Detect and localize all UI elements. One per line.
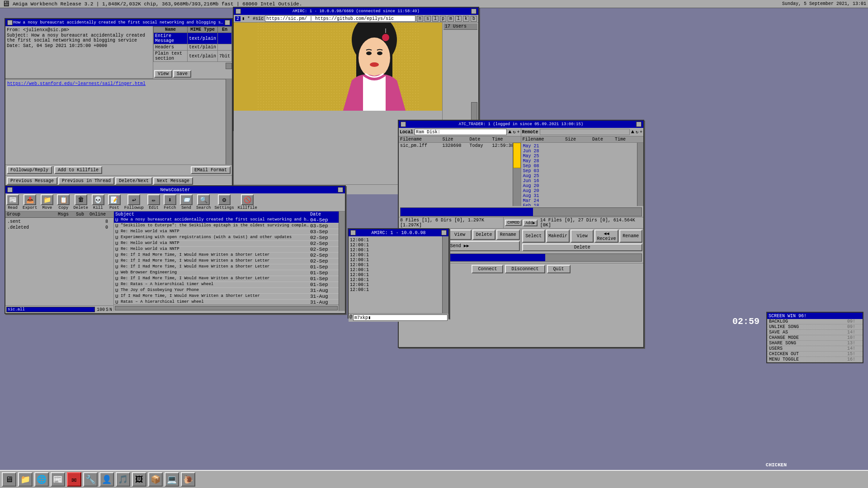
yam-titlebar[interactable]: How a nosy bureaucrat accidentally creat…: [5, 19, 232, 26]
amirc-k-btn[interactable]: l: [455, 16, 462, 22]
amirc-k2-btn[interactable]: k: [463, 16, 469, 22]
send-btn[interactable]: 📨 Send: [180, 194, 193, 210]
post-btn[interactable]: 📝 Post: [108, 194, 121, 210]
news-msg-item[interactable]: U Re: If I Had More Time, I Would Have W…: [114, 264, 339, 270]
news-msg-item[interactable]: U Experimenting with open registrations …: [114, 235, 339, 241]
chmod-btn[interactable]: CHMOD: [505, 220, 522, 226]
add-killfile-button[interactable]: Add to Killfile: [54, 166, 102, 174]
amirc-zoom-btn[interactable]: [471, 9, 476, 14]
remote-new-btn[interactable]: +: [640, 130, 642, 135]
group-search-input[interactable]: [6, 307, 95, 311]
amirc-titlebar[interactable]: AMIRC: 1 · 10.0.0.98/6669 (connected sin…: [234, 8, 478, 15]
amirc2-scrollbar[interactable]: [442, 236, 448, 313]
taskbar-icon-user[interactable]: 👤: [99, 472, 114, 487]
news-group-sent[interactable]: .sent 8: [6, 219, 113, 225]
news-msg-item[interactable]: U The Joy of Disobeying Your Phone 31-Au…: [114, 288, 339, 294]
followup-reply-button[interactable]: Followup/Reply: [7, 166, 52, 174]
next-message-button[interactable]: Next Message: [153, 177, 193, 185]
amirc-close-btn[interactable]: [236, 9, 241, 14]
taskbar-icon-wb[interactable]: 🖥: [2, 472, 16, 487]
amirc2-titlebar[interactable]: AMIRC: 1 · 10.0.0.98: [349, 229, 448, 236]
local-view-btn[interactable]: View: [448, 230, 471, 240]
amirc2-close-btn[interactable]: [350, 230, 356, 235]
add-btn[interactable]: Add▶: [523, 220, 538, 226]
taskbar-icon-amp[interactable]: 🎵: [116, 472, 130, 487]
remote-scrollbar[interactable]: [637, 143, 643, 206]
amirc-m-btn[interactable]: m: [448, 16, 454, 22]
taskbar-icon-image[interactable]: 🖼: [132, 472, 146, 487]
quit-btn[interactable]: Quit: [547, 265, 571, 273]
amirc2-text-input[interactable]: [353, 314, 448, 321]
ftp-titlebar[interactable]: ATC_TRADER: 1 (logged in since 05.09.202…: [399, 121, 643, 128]
taskbar-icon-news[interactable]: 📰: [51, 472, 65, 487]
email-format-button[interactable]: EMail Format: [191, 166, 231, 174]
remote-up-btn[interactable]: ▲: [631, 129, 634, 135]
remote-receive-btn[interactable]: ◀◀ Receive: [594, 230, 618, 243]
move-btn[interactable]: 📁 Move: [41, 194, 53, 210]
settings-btn[interactable]: ⚙ Settings: [214, 194, 234, 210]
news-msg-item[interactable]: U "Seikillos to Euterpe": the Seikillos …: [114, 223, 339, 229]
prev-thread-button[interactable]: Previous in Thread: [58, 177, 114, 185]
amirc-n-btn[interactable]: n: [417, 16, 423, 22]
news-vscrollbar[interactable]: [339, 211, 345, 311]
news-msg-item[interactable]: U Web Browser Engineering 01-Sep: [114, 270, 339, 276]
edit-btn[interactable]: ✏ Edit: [147, 194, 160, 210]
delete-next-button[interactable]: Delete/Next: [115, 177, 152, 185]
news-msg-item[interactable]: U Re: Hello world via NNTP 02-Sep: [114, 247, 339, 253]
taskbar-icon-browser[interactable]: 🌐: [34, 472, 49, 487]
channel-url-input[interactable]: [265, 15, 415, 22]
remote-makedir-btn[interactable]: Makedir: [546, 230, 570, 243]
amirc-p-btn[interactable]: p: [440, 16, 446, 22]
news-close-btn[interactable]: [7, 187, 13, 192]
taskbar-icon-mail[interactable]: ✉: [67, 472, 81, 487]
remote-view-btn[interactable]: View: [571, 230, 594, 243]
amirc-l-btn[interactable]: l: [432, 16, 439, 22]
search-btn[interactable]: 🔍 Search: [196, 194, 211, 210]
kill-btn[interactable]: 💀 Kill: [92, 194, 104, 210]
save-button[interactable]: Save: [173, 70, 191, 78]
mime-row-entire[interactable]: Entire Message text/plain: [154, 33, 232, 44]
remote-delete-btn[interactable]: Delete: [522, 244, 643, 251]
yam-body-scrollbar[interactable]: [226, 79, 232, 164]
local-file-row[interactable]: sic_pm.lff 1328698 Today 12:59:38: [399, 143, 521, 149]
local-scrollbar[interactable]: [513, 143, 521, 206]
copy-btn[interactable]: 📋 Copy: [57, 194, 70, 210]
mime-row-headers[interactable]: Headers text/plain: [154, 44, 232, 51]
taskbar-icon-package[interactable]: 📦: [148, 472, 163, 487]
news-group-deleted[interactable]: .deleted 0: [6, 225, 113, 230]
news-msg-item[interactable]: U Re: Hello world via NNTP 02-Sep: [114, 241, 339, 247]
fetch-btn[interactable]: ⬇ Fetch: [164, 194, 176, 210]
taskbar-icon-snail[interactable]: 🐌: [181, 472, 195, 487]
news-titlebar[interactable]: NewsCoaster: [5, 186, 345, 193]
view-button[interactable]: View: [154, 70, 172, 78]
connect-btn[interactable]: Connect: [472, 265, 503, 273]
news-msg-item[interactable]: U Re: If I Had More Time, I Would Have W…: [114, 253, 339, 258]
news-msg-item[interactable]: U How a nosy bureaucrat accidentally cre…: [114, 217, 339, 223]
news-msg-item[interactable]: U Re: If I Had More Time, I Would Have W…: [114, 258, 339, 264]
ftp-close-btn[interactable]: [401, 122, 406, 127]
ftp-zoom-btn[interactable]: [636, 122, 642, 127]
followup-btn[interactable]: ↩ Followup: [124, 194, 144, 210]
local-new-btn[interactable]: +: [517, 130, 519, 135]
amirc-s-btn[interactable]: s: [425, 16, 431, 22]
local-path-input[interactable]: [415, 129, 507, 135]
amirc-b-btn[interactable]: b: [471, 16, 477, 22]
mime-row-plain[interactable]: Plain text section text/plain 7bit: [154, 51, 232, 62]
yam-close-btn[interactable]: [7, 20, 13, 25]
news-msg-item[interactable]: U Ratas – A hierarchical timer wheel 31-…: [114, 300, 339, 305]
delete-btn[interactable]: 🗑 Delete: [73, 194, 88, 210]
killfile-btn[interactable]: 🚫 Killfile: [238, 194, 257, 210]
news-msg-item[interactable]: U Re: Hello world via NNTP 03-Sep: [114, 229, 339, 235]
prev-message-button[interactable]: Previous Message: [7, 177, 57, 185]
news-msg-item[interactable]: U Re: Ratas – A hierarchical timer wheel…: [114, 282, 339, 288]
yam-zoom-btn[interactable]: [225, 20, 230, 25]
remote-select-btn[interactable]: Select: [522, 230, 545, 243]
mime-scrollbar[interactable]: [226, 63, 232, 69]
local-delete-btn[interactable]: Delete: [472, 230, 495, 240]
taskbar-icon-terminal[interactable]: 💻: [165, 472, 179, 487]
disconnect-btn[interactable]: Disconnect: [505, 265, 545, 273]
taskbar-icon-files[interactable]: 📁: [18, 472, 33, 487]
local-rename-btn[interactable]: Rename: [496, 230, 519, 240]
news-zoom-btn[interactable]: [338, 187, 343, 192]
amirc2-zoom-btn[interactable]: [441, 230, 447, 235]
